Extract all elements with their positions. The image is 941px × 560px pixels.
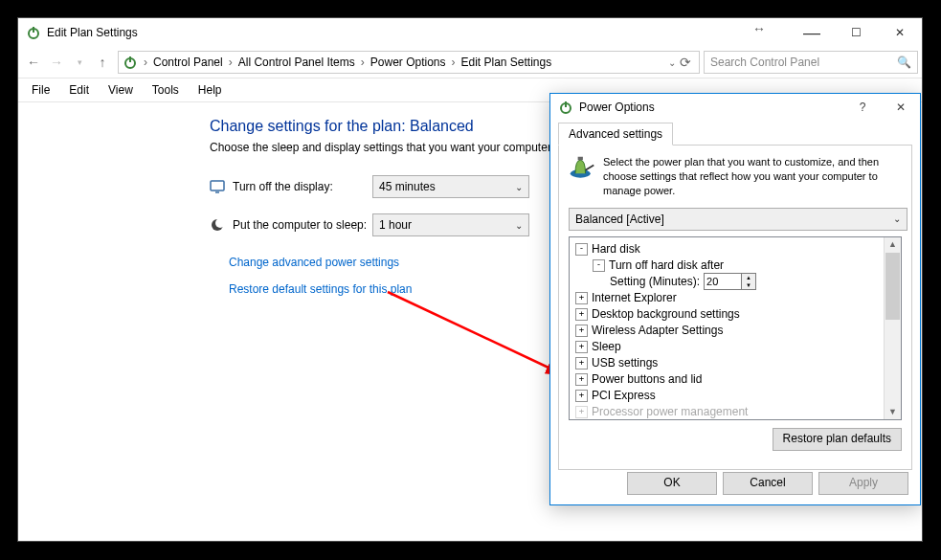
recent-dropdown-icon[interactable]: ▾ — [68, 51, 91, 74]
dialog-title: Power Options — [579, 101, 655, 114]
tree-node-wireless-adapter[interactable]: +Wireless Adapter Settings — [575, 323, 901, 339]
address-bar[interactable]: › Control Panel › All Control Panel Item… — [118, 51, 700, 74]
collapse-icon[interactable]: - — [575, 243, 588, 256]
titlebar[interactable]: Edit Plan Settings — ☐ ✕ — [18, 18, 922, 47]
svg-point-7 — [215, 218, 225, 228]
sleep-select[interactable]: 1 hour ⌄ — [372, 213, 529, 236]
power-icon — [558, 100, 573, 115]
tree-node-setting-minutes: Setting (Minutes): ▲▼ — [610, 274, 901, 290]
resize-grip-icon[interactable]: ↔ — [748, 17, 771, 40]
display-off-select[interactable]: 45 minutes ⌄ — [372, 175, 529, 198]
expand-icon[interactable]: + — [575, 406, 588, 418]
chevron-right-icon: › — [361, 56, 365, 69]
expand-icon[interactable]: + — [575, 373, 588, 386]
breadcrumb-item[interactable]: Power Options — [370, 56, 446, 69]
nav-toolbar: ← → ▾ ↑ › Control Panel › All Control Pa… — [18, 47, 922, 78]
expand-icon[interactable]: + — [575, 357, 588, 370]
menu-file[interactable]: File — [22, 80, 59, 100]
setting-minutes-input[interactable] — [704, 273, 742, 290]
breadcrumb-item[interactable]: All Control Panel Items — [238, 56, 355, 69]
sleep-value: 1 hour — [379, 218, 412, 232]
tree-node-power-buttons-lid[interactable]: +Power buttons and lid — [575, 371, 901, 388]
setting-minutes-spinner[interactable]: ▲▼ — [704, 273, 756, 290]
menu-help[interactable]: Help — [189, 80, 232, 100]
back-button[interactable]: ← — [22, 51, 45, 74]
menu-view[interactable]: View — [99, 80, 143, 100]
display-off-value: 45 minutes — [379, 180, 436, 193]
expand-icon[interactable]: + — [575, 325, 588, 337]
apply-button[interactable]: Apply — [818, 472, 908, 495]
maximize-button[interactable]: ☐ — [834, 18, 878, 47]
tree-scrollbar[interactable]: ▲ ▼ — [884, 237, 901, 419]
tree-node-desktop-background[interactable]: +Desktop background settings — [575, 306, 901, 323]
display-off-label: Turn off the display: — [233, 180, 333, 193]
tab-panel: Select the power plan that you want to c… — [558, 145, 912, 470]
tree-node-sleep[interactable]: +Sleep — [575, 339, 901, 355]
up-button[interactable]: ↑ — [91, 51, 114, 74]
tree-node-turn-off-hd[interactable]: -Turn off hard disk after — [593, 258, 901, 274]
menu-edit[interactable]: Edit — [59, 80, 99, 100]
breadcrumb-item[interactable]: Control Panel — [153, 56, 223, 69]
menu-tools[interactable]: Tools — [143, 80, 189, 100]
search-input[interactable]: Search Control Panel 🔍 — [704, 51, 918, 74]
scroll-thumb[interactable] — [885, 253, 900, 320]
tree-node-hard-disk[interactable]: -Hard disk — [575, 241, 901, 258]
forward-button[interactable]: → — [45, 51, 68, 74]
window-title: Edit Plan Settings — [47, 26, 138, 39]
breadcrumb-item[interactable]: Edit Plan Settings — [460, 56, 551, 69]
expand-icon[interactable]: + — [575, 390, 588, 402]
power-plan-value: Balanced [Active] — [575, 213, 664, 226]
spinner-up-icon[interactable]: ▲ — [742, 274, 755, 281]
refresh-button[interactable]: ⟳ — [676, 51, 695, 74]
tree-node-processor-power[interactable]: +Processor power management — [575, 404, 901, 420]
search-icon: 🔍 — [897, 56, 911, 69]
dialog-titlebar[interactable]: Power Options ? ✕ — [550, 94, 920, 121]
dialog-close-button[interactable]: ✕ — [882, 94, 920, 121]
expand-icon[interactable]: + — [575, 308, 588, 321]
sleep-label: Put the computer to sleep: — [233, 218, 367, 232]
minimize-button[interactable]: — — [790, 18, 834, 47]
cancel-button[interactable]: Cancel — [723, 472, 813, 495]
power-icon — [26, 25, 41, 40]
tab-advanced-settings[interactable]: Advanced settings — [558, 123, 673, 146]
chevron-right-icon: › — [229, 56, 233, 69]
tree-node-pci-express[interactable]: +PCI Express — [575, 388, 901, 404]
chevron-right-icon: › — [451, 56, 455, 69]
chevron-down-icon: ⌄ — [515, 220, 523, 231]
moon-icon — [210, 217, 225, 233]
expand-icon[interactable]: + — [575, 341, 588, 353]
tree-node-internet-explorer[interactable]: +Internet Explorer — [575, 290, 901, 306]
expand-icon[interactable]: + — [575, 292, 588, 304]
search-placeholder: Search Control Panel — [710, 56, 819, 69]
change-advanced-link[interactable]: Change advanced power settings — [229, 256, 399, 269]
power-plan-select[interactable]: Balanced [Active] ⌄ — [569, 208, 907, 231]
setting-minutes-label: Setting (Minutes): — [610, 275, 700, 288]
ok-button[interactable]: OK — [627, 472, 717, 495]
chevron-down-icon: ⌄ — [893, 213, 901, 224]
scroll-down-icon[interactable]: ▼ — [885, 405, 901, 419]
chevron-right-icon: › — [144, 56, 147, 69]
battery-plug-icon — [569, 155, 595, 182]
monitor-icon — [210, 179, 225, 194]
settings-tree: -Hard disk -Turn off hard disk after Set… — [569, 236, 902, 420]
scroll-up-icon[interactable]: ▲ — [885, 237, 901, 252]
power-options-dialog: Power Options ? ✕ Advanced settings Sele… — [549, 93, 921, 505]
tab-strip: Advanced settings — [550, 123, 920, 146]
collapse-icon[interactable]: - — [593, 259, 605, 272]
chevron-down-icon[interactable]: ⌄ — [668, 57, 676, 68]
tree-node-usb-settings[interactable]: +USB settings — [575, 355, 901, 371]
help-button[interactable]: ? — [843, 94, 882, 121]
restore-defaults-link[interactable]: Restore default settings for this plan — [229, 282, 412, 296]
svg-rect-4 — [211, 181, 224, 190]
spinner-down-icon[interactable]: ▼ — [742, 281, 755, 289]
dialog-lead-text: Select the power plan that you want to c… — [603, 155, 902, 198]
chevron-down-icon: ⌄ — [515, 182, 523, 192]
power-icon — [123, 55, 138, 70]
close-button[interactable]: ✕ — [878, 18, 922, 47]
restore-plan-defaults-button[interactable]: Restore plan defaults — [773, 428, 902, 451]
svg-rect-12 — [578, 157, 583, 161]
